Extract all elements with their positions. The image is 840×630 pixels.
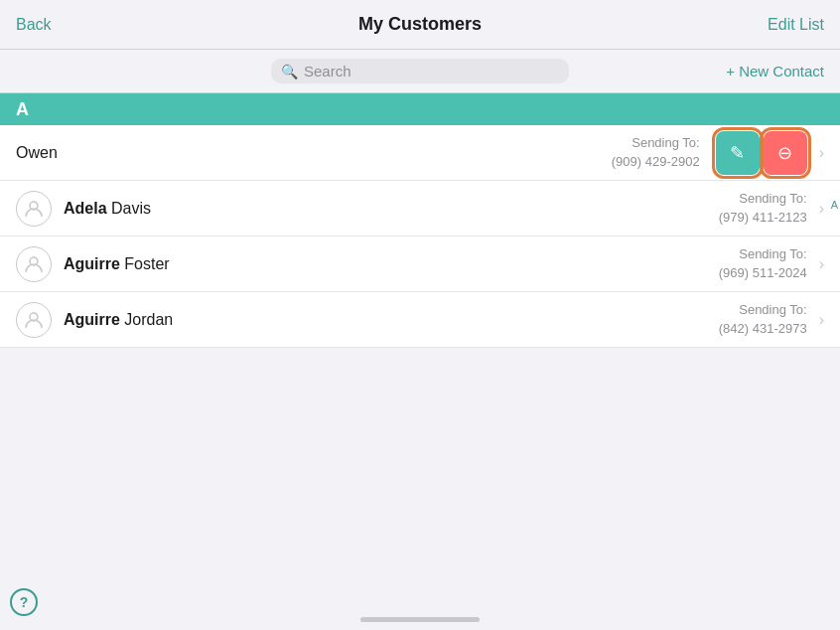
avatar-aguirre-foster xyxy=(16,246,52,282)
contact-right-aguirre-jordan: Sending To: (842) 431-2973 › xyxy=(719,301,824,337)
avatar-aguirre-jordan xyxy=(16,302,52,338)
sending-info-owen: Sending To: (909) 429-2902 xyxy=(612,134,700,170)
delete-button-owen[interactable]: ⊖ xyxy=(764,131,807,175)
chevron-icon-owen: › xyxy=(819,144,824,162)
search-icon: 🔍 xyxy=(281,64,298,79)
contact-name-adela: Adela Davis xyxy=(64,200,719,218)
sending-info-adela: Sending To: (979) 411-2123 xyxy=(719,190,807,226)
sending-to-label-af: Sending To: xyxy=(719,245,807,263)
phone-aj: (842) 431-2973 xyxy=(719,320,807,338)
section-letter: A xyxy=(16,99,29,120)
contact-name-aguirre-jordan: Aguirre Jordan xyxy=(64,311,719,329)
chevron-icon-aj: › xyxy=(819,311,824,329)
chevron-icon-af: › xyxy=(819,255,824,273)
table-row[interactable]: Adela Davis Sending To: (979) 411-2123 › xyxy=(0,181,840,236)
sending-to-label-owen: Sending To: xyxy=(612,134,700,152)
sending-info-aguirre-jordan: Sending To: (842) 431-2973 xyxy=(719,301,807,337)
alpha-index[interactable]: A xyxy=(831,199,838,212)
search-bar: 🔍 Search + New Contact xyxy=(0,50,840,93)
chevron-icon-adela: › xyxy=(819,200,824,218)
phone-adela: (979) 411-2123 xyxy=(719,209,807,227)
help-button[interactable]: ? xyxy=(10,588,38,616)
contact-right-owen: Sending To: (909) 429-2902 ✎ ⊖ › xyxy=(612,131,824,175)
sending-info-aguirre-foster: Sending To: (969) 511-2024 xyxy=(719,245,807,281)
page-title: My Customers xyxy=(358,14,482,35)
nav-bar: Back My Customers Edit List xyxy=(0,0,840,50)
edit-list-button[interactable]: Edit List xyxy=(768,16,824,34)
new-contact-button[interactable]: + New Contact xyxy=(726,63,824,79)
home-indicator xyxy=(360,617,480,622)
table-row[interactable]: Owen Sending To: (909) 429-2902 ✎ ⊖ › xyxy=(0,125,840,181)
contact-right-adela: Sending To: (979) 411-2123 › xyxy=(719,190,824,226)
swipe-actions-owen: ✎ ⊖ xyxy=(716,131,807,175)
table-row[interactable]: Aguirre Foster Sending To: (969) 511-202… xyxy=(0,236,840,292)
contact-name-owen: Owen xyxy=(16,144,612,162)
sending-to-label-adela: Sending To: xyxy=(719,190,807,208)
edit-button-owen[interactable]: ✎ xyxy=(716,131,760,175)
sending-to-label-aj: Sending To: xyxy=(719,301,807,319)
alpha-letter-a[interactable]: A xyxy=(831,199,838,212)
contact-right-aguirre-foster: Sending To: (969) 511-2024 › xyxy=(719,245,824,281)
search-field[interactable]: 🔍 Search xyxy=(271,59,569,83)
search-placeholder: Search xyxy=(304,63,351,79)
table-row[interactable]: Aguirre Jordan Sending To: (842) 431-297… xyxy=(0,292,840,348)
phone-owen: (909) 429-2902 xyxy=(612,153,700,171)
phone-af: (969) 511-2024 xyxy=(719,264,807,282)
section-header-a: A xyxy=(0,93,840,125)
back-button[interactable]: Back xyxy=(16,16,52,34)
contact-name-aguirre-foster: Aguirre Foster xyxy=(64,255,719,273)
avatar-adela xyxy=(16,191,52,227)
contact-list: Owen Sending To: (909) 429-2902 ✎ ⊖ › Ad… xyxy=(0,125,840,348)
